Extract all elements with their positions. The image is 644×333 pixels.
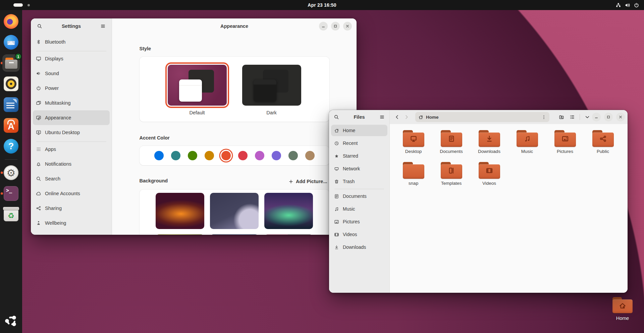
files-sidebar-item-music[interactable]: Music: [331, 203, 387, 215]
settings-sidebar-item-sound[interactable]: Sound: [33, 66, 110, 81]
background-thumbnail-orange-waves[interactable]: [156, 193, 204, 229]
style-option-label: Default: [190, 110, 205, 115]
accent-color-swatch-purple[interactable]: [272, 151, 281, 160]
forward-button[interactable]: [402, 112, 411, 122]
background-thumbnail-aurora[interactable]: [264, 193, 313, 229]
search-everywhere-button[interactable]: [557, 112, 566, 122]
dock-item-trash[interactable]: [2, 206, 20, 223]
system-tray[interactable]: [615, 2, 639, 8]
settings-sidebar-item-appearance[interactable]: Appearance: [33, 110, 110, 125]
accent-color-swatch-red[interactable]: [238, 151, 248, 160]
accent-color-swatch-sage[interactable]: [288, 151, 298, 160]
folder-item-snap[interactable]: snap: [394, 162, 432, 194]
files-sidebar-item-starred[interactable]: Starred: [331, 150, 387, 162]
back-button[interactable]: [392, 112, 402, 122]
dock-item-files[interactable]: 1: [2, 54, 20, 72]
dock-item-help[interactable]: [2, 137, 20, 155]
dock-item[interactable]: [5, 159, 17, 160]
dock-item-show-apps[interactable]: [2, 312, 20, 330]
background-thumbnail-mauve-gray[interactable]: [264, 234, 313, 235]
dock-item-libreoffice-writer[interactable]: [2, 96, 20, 113]
dock-item-settings[interactable]: [2, 164, 20, 181]
background-thumbnail-numbat-illustration[interactable]: [210, 193, 259, 229]
settings-sidebar-item-bluetooth[interactable]: Bluetooth: [33, 35, 110, 49]
folder-item-music[interactable]: Music: [508, 130, 546, 162]
view-options-button[interactable]: [583, 112, 592, 122]
add-picture-button[interactable]: Add Picture...: [286, 177, 329, 185]
path-bar[interactable]: Home: [415, 112, 549, 122]
folder-item-templates[interactable]: Templates: [432, 162, 470, 194]
files-sidebar-item-home[interactable]: Home: [331, 125, 387, 136]
main-menu-button[interactable]: [377, 112, 387, 122]
background-thumbnail-forest[interactable]: [156, 234, 204, 235]
home-icon: [418, 115, 423, 120]
files-sidebar-item-documents[interactable]: Documents: [331, 190, 387, 202]
files-sidebar-item-trash[interactable]: Trash: [331, 176, 387, 187]
accent-color-swatch-magenta[interactable]: [255, 151, 264, 160]
folder-name: Downloads: [478, 149, 500, 154]
settings-sidebar-item-power[interactable]: Power: [33, 81, 110, 96]
folder-item-videos[interactable]: Videos: [470, 162, 508, 194]
folder-item-pictures[interactable]: Pictures: [546, 130, 584, 162]
style-option-default[interactable]: Default: [168, 65, 227, 115]
dock-item-firefox[interactable]: [2, 13, 20, 30]
minimize-button[interactable]: [592, 113, 601, 121]
settings-sidebar-item-online-accounts[interactable]: Online Accounts: [33, 186, 110, 201]
settings-sidebar-item-ubuntu-desktop[interactable]: Ubuntu Desktop: [33, 125, 110, 140]
folder-item-downloads[interactable]: Downloads: [470, 130, 508, 162]
kebab-menu-icon[interactable]: [541, 115, 546, 120]
files-sidebar-item-downloads[interactable]: Downloads: [331, 241, 387, 253]
folder-item-public[interactable]: Public: [584, 130, 622, 162]
chevron-right-icon: [404, 114, 409, 120]
apps-icon: [36, 147, 41, 152]
style-option-dark[interactable]: Dark: [242, 65, 301, 115]
search-button[interactable]: [35, 21, 44, 31]
settings-sidebar-item-wellbeing[interactable]: Wellbeing: [33, 216, 110, 230]
files-sidebar-item-recent[interactable]: Recent: [331, 137, 387, 149]
files-sidebar-item-network[interactable]: Network: [331, 163, 387, 174]
settings-sidebar-item-sharing[interactable]: Sharing: [33, 201, 110, 216]
files-sidebar-title: Files: [341, 114, 377, 120]
template-icon: [448, 167, 455, 174]
close-button[interactable]: [343, 22, 352, 31]
folder-icon: [479, 130, 500, 147]
accent-color-swatch-orange[interactable]: [221, 151, 231, 160]
main-menu-button[interactable]: [98, 21, 108, 31]
settings-sidebar-item-search[interactable]: Search: [33, 171, 110, 186]
accent-color-swatch-yellow[interactable]: [205, 151, 214, 160]
settings-sidebar-item-multitasking[interactable]: Multitasking: [33, 96, 110, 110]
dock-item-thunderbird[interactable]: [2, 34, 20, 51]
accent-color-swatch-green[interactable]: [188, 151, 197, 160]
clock[interactable]: Apr 23 16:50: [308, 0, 336, 10]
close-button[interactable]: [616, 113, 625, 121]
minimize-button[interactable]: [319, 22, 328, 31]
maximize-button[interactable]: [604, 113, 613, 121]
accent-color-swatch-blue[interactable]: [154, 151, 164, 160]
current-location: Home: [426, 115, 539, 120]
dock-item-rhythmbox[interactable]: [2, 75, 20, 93]
activities-indicator[interactable]: [13, 3, 30, 7]
settings-sidebar-item-apps[interactable]: Apps: [33, 142, 110, 157]
folder-item-documents[interactable]: Documents: [432, 130, 470, 162]
background-thumbnail-night-sky[interactable]: [210, 234, 259, 235]
desktop-icon-home[interactable]: Home: [610, 297, 635, 321]
folder-item-desktop[interactable]: Desktop: [394, 130, 432, 162]
files-sidebar-item[interactable]: [334, 189, 384, 189]
search-button[interactable]: [332, 112, 341, 122]
dock-item-app-center[interactable]: [2, 117, 20, 134]
folder-icon: [403, 130, 424, 147]
trash-icon: [334, 179, 339, 184]
settings-sidebar-item-notifications[interactable]: Notifications: [33, 157, 110, 171]
dock-item-terminal[interactable]: [2, 185, 20, 202]
accent-section-label: Accent Color: [140, 135, 329, 142]
files-sidebar-item-videos[interactable]: Videos: [331, 229, 387, 240]
search-icon: [36, 176, 41, 181]
maximize-button[interactable]: [331, 22, 340, 31]
settings-sidebar-item-displays[interactable]: Displays: [33, 51, 110, 66]
list-view-button[interactable]: [568, 112, 577, 122]
accent-color-swatch-bark[interactable]: [305, 151, 315, 160]
folder-icon: [479, 162, 500, 179]
files-sidebar-item-pictures[interactable]: Pictures: [331, 216, 387, 227]
files-content: Desktop Documents Downloads Music: [390, 124, 628, 293]
accent-color-swatch-teal[interactable]: [171, 151, 180, 160]
